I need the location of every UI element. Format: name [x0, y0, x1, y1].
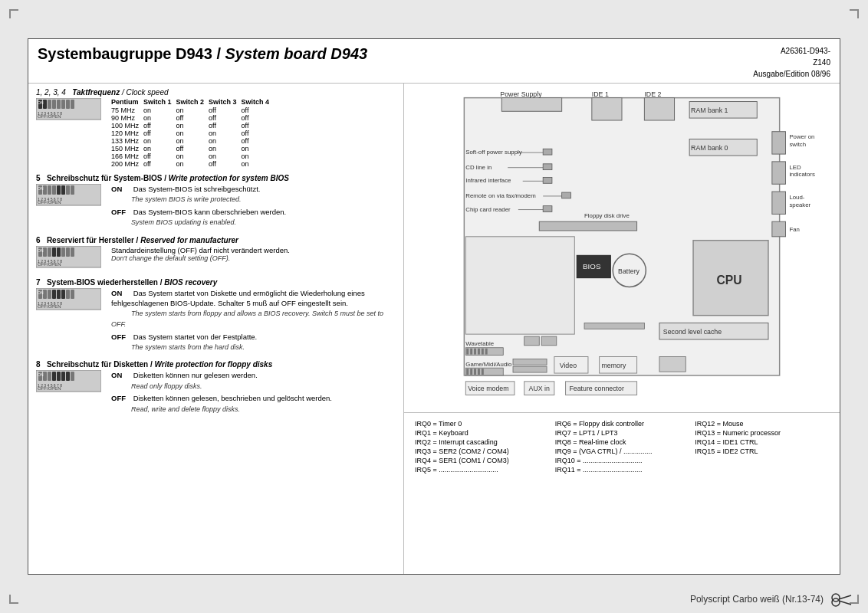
- main-document: Systembaugruppe D943 / System board D943…: [28, 38, 840, 575]
- corner-mark-tr: [850, 9, 859, 18]
- table-cell: on: [143, 114, 176, 122]
- svg-rect-137: [541, 336, 557, 346]
- svg-rect-112: [470, 349, 472, 355]
- table-cell: off: [176, 114, 209, 122]
- irq-cell: IRQ6 = Floppy disk controller: [552, 419, 692, 428]
- table-cell: on: [242, 160, 275, 168]
- header-title: Systembaugruppe D943 / System board D943: [38, 45, 367, 63]
- svg-text:Battery: Battery: [618, 267, 639, 275]
- section-6-content: OFF/OPEN ON 1 2 3 4 5 6 7 8: [36, 246, 396, 272]
- irq-cell: IRQ12 = Mouse: [692, 419, 832, 428]
- svg-text:Voice modem: Voice modem: [468, 385, 508, 392]
- svg-text:ON: ON: [38, 290, 44, 295]
- section-7-off-italic: The system starts from the hard disk.: [111, 343, 245, 351]
- svg-rect-30: [57, 247, 61, 257]
- svg-rect-55: [61, 372, 65, 381]
- svg-rect-33: [71, 247, 74, 257]
- irq-cell: IRQ11 = ...............................: [552, 465, 692, 474]
- svg-rect-119: [466, 369, 469, 375]
- svg-text:ON: ON: [38, 100, 44, 105]
- section-5-title: 5 Schreibschutz für System-BIOS / Write …: [36, 174, 396, 182]
- irq-cell: IRQ13 = Numeric processor: [692, 428, 832, 438]
- svg-text:ON: ON: [38, 248, 44, 253]
- svg-text:Loud-: Loud-: [789, 194, 804, 201]
- table-cell: on: [176, 107, 209, 114]
- section-8-desc: ON Disketten können nur gelesen werden. …: [111, 370, 332, 416]
- section-8-content: OFF/OPEN ON 1 2 3 4 5 6 7 8: [36, 370, 396, 416]
- on-label-8: ON: [111, 370, 128, 380]
- freq-th-pentium: Pentium: [111, 98, 143, 107]
- section-6-italic: Don't change the default setting (OFF).: [111, 254, 290, 262]
- svg-text:Infrared interface: Infrared interface: [465, 177, 511, 184]
- table-cell: on: [143, 145, 176, 152]
- section-8-off: OFF Disketten können gelesen, beschriebe…: [111, 393, 332, 414]
- section-5-desc: ON Das System-BIOS ist schreibgeschützt.…: [111, 184, 286, 230]
- section-5-off-text: Das System-BIOS kann überschrieben werde…: [133, 208, 287, 216]
- svg-rect-63: [592, 98, 622, 120]
- table-cell: 133 MHz: [111, 137, 143, 145]
- section-7-title: 7 System-BIOS wiederherstellen / BIOS re…: [36, 278, 396, 287]
- switch-diagram-7: OFF/OPEN ON 1 2 3 4 5 6 7 8: [36, 288, 105, 314]
- off-label-5: OFF: [111, 207, 128, 217]
- svg-rect-98: [539, 221, 636, 231]
- switch-diagram-6: OFF/OPEN ON 1 2 3 4 5 6 7 8: [36, 246, 105, 272]
- switch-svg-8: OFF/OPEN ON 1 2 3 4 5 6 7 8: [36, 370, 101, 395]
- page: Systembaugruppe D943 / System board D943…: [0, 0, 868, 613]
- document-header: Systembaugruppe D943 / System board D943…: [28, 39, 840, 84]
- section-8-on: ON Disketten können nur gelesen werden. …: [111, 370, 332, 391]
- section-6-title: 6 Reserviert für Hersteller / Reserved f…: [36, 236, 396, 244]
- svg-text:speaker: speaker: [789, 202, 810, 208]
- svg-text:LED: LED: [789, 164, 801, 171]
- section-8-off-text: Disketten können gelesen, beschrieben un…: [133, 394, 332, 402]
- section-7-off: OFF Das System startet von der Festplatt…: [111, 332, 396, 352]
- svg-text:Remote on via fax/modem: Remote on via fax/modem: [465, 192, 535, 199]
- info-line1: A26361-D943-: [753, 45, 830, 57]
- table-cell: on: [176, 122, 209, 129]
- svg-text:Video: Video: [560, 362, 577, 369]
- svg-line-142: [839, 595, 851, 599]
- table-cell: off: [209, 107, 242, 114]
- table-cell: off: [242, 114, 275, 122]
- left-panel: 1, 2, 3, 4 Taktfrequenz / Clock speed OF…: [28, 84, 404, 574]
- svg-rect-40: [48, 290, 51, 299]
- svg-rect-77: [772, 192, 786, 214]
- svg-text:1 2 3 4 5 6 7 8: 1 2 3 4 5 6 7 8: [38, 301, 62, 306]
- svg-rect-3: [43, 100, 47, 109]
- svg-rect-61: [501, 98, 561, 112]
- svg-rect-29: [52, 247, 56, 257]
- irq-cell: IRQ10 = ...............................: [552, 456, 692, 465]
- board-svg: Power Supply IDE 1 IDE 2 RAM bank 1 RAM …: [404, 84, 840, 412]
- irq-area: IRQ0 = Timer 0IRQ6 = Floppy disk control…: [404, 413, 840, 574]
- svg-text:Fan: Fan: [789, 226, 800, 233]
- svg-text:IDE 2: IDE 2: [644, 90, 661, 98]
- table-row: IRQ5 = ...............................IR…: [412, 465, 832, 474]
- title-italic: System board D943: [225, 45, 368, 62]
- svg-rect-31: [61, 247, 65, 257]
- svg-rect-87: [543, 164, 552, 170]
- svg-rect-53: [52, 372, 56, 381]
- svg-rect-122: [478, 369, 480, 375]
- svg-text:1 2 3 4 5 6 7 8: 1 2 3 4 5 6 7 8: [38, 197, 62, 202]
- table-cell: on: [176, 137, 209, 145]
- on-label-7: ON: [111, 288, 128, 298]
- svg-text:BIOS: BIOS: [583, 262, 601, 270]
- svg-rect-8: [66, 100, 70, 109]
- switch-svg-7: OFF/OPEN ON 1 2 3 4 5 6 7 8: [36, 288, 101, 313]
- table-cell: 150 MHz: [111, 145, 143, 152]
- section-7-on-italic: The system starts from floppy and allows…: [111, 310, 383, 328]
- section-1234-content: OFF/OPEN ON: [36, 98, 396, 168]
- svg-text:memory: memory: [602, 362, 626, 369]
- svg-text:Power Supply: Power Supply: [500, 90, 542, 98]
- svg-rect-42: [57, 290, 61, 299]
- freq-th-sw1: Switch 1: [143, 98, 176, 107]
- svg-rect-21: [71, 185, 74, 195]
- svg-rect-120: [470, 369, 472, 375]
- section-5-on-text: Das System-BIOS ist schreibgeschützt.: [133, 185, 261, 193]
- svg-rect-16: [48, 185, 51, 195]
- table-cell: off: [209, 114, 242, 122]
- footer-text: Polyscript Carbo weiß (Nr.13-74): [690, 594, 824, 605]
- svg-rect-7: [61, 100, 65, 109]
- table-cell: on: [242, 145, 275, 152]
- irq-cell: IRQ15 = IDE2 CTRL: [692, 447, 832, 456]
- irq-cell: IRQ4 = SER1 (COM1 / COM3): [412, 456, 552, 465]
